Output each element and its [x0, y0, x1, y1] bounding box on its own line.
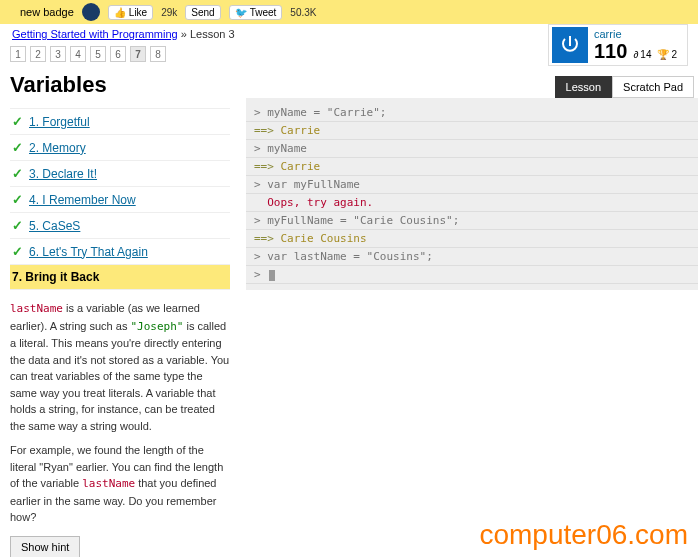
pager-page-5[interactable]: 5 — [90, 46, 106, 62]
tab-scratch-pad[interactable]: Scratch Pad — [612, 76, 694, 98]
user-trophies: 2 — [671, 49, 677, 60]
twitter-icon: 🐦 — [235, 7, 247, 18]
lesson-link[interactable]: 4. I Remember Now — [29, 193, 136, 207]
lesson-link[interactable]: 6. Let's Try That Again — [29, 245, 148, 259]
sidebar: Variables ✓1. Forgetful✓2. Memory✓3. Dec… — [0, 68, 240, 557]
lesson-item[interactable]: ✓3. Declare It! — [10, 161, 230, 187]
avatar — [552, 27, 588, 63]
pager-page-7[interactable]: 7 — [130, 46, 146, 62]
lesson-list: ✓1. Forgetful✓2. Memory✓3. Declare It!✓4… — [10, 108, 230, 290]
fb-like-button[interactable]: 👍 Like — [108, 5, 153, 20]
badge-icon — [82, 3, 100, 21]
check-icon: ✓ — [12, 114, 23, 129]
console-line: ==> Carie Cousins — [246, 230, 698, 248]
console-line: > myName = "Carrie"; — [246, 104, 698, 122]
pager-page-2[interactable]: 2 — [30, 46, 46, 62]
check-icon: ✓ — [12, 140, 23, 155]
lesson-link[interactable]: 1. Forgetful — [29, 115, 90, 129]
page-title: Variables — [10, 72, 230, 98]
lesson-item[interactable]: ✓1. Forgetful — [10, 109, 230, 135]
watermark: computer06.com — [479, 519, 688, 551]
console[interactable]: > myName = "Carrie";==> Carrie> myName==… — [246, 98, 698, 290]
tweet-count: 50.3K — [290, 7, 316, 18]
code-token: lastName — [82, 477, 135, 490]
lesson-link[interactable]: 2. Memory — [29, 141, 86, 155]
console-line: > — [246, 266, 698, 284]
console-line: > myName — [246, 140, 698, 158]
like-count: 29k — [161, 7, 177, 18]
console-line: > myFullName = "Carie Cousins"; — [246, 212, 698, 230]
lesson-item[interactable]: ✓2. Memory — [10, 135, 230, 161]
pager-page-1[interactable]: 1 — [10, 46, 26, 62]
user-name: carrie — [594, 28, 684, 40]
lesson-item[interactable]: ✓5. CaSeS — [10, 213, 230, 239]
badge-label: new badge — [20, 6, 74, 18]
console-line: Oops, try again. — [246, 194, 698, 212]
user-badge[interactable]: carrie 110 ∂14 🏆2 — [548, 24, 688, 66]
console-line: ==> Carrie — [246, 158, 698, 176]
check-icon: ✓ — [12, 166, 23, 181]
lesson-item[interactable]: ✓6. Let's Try That Again — [10, 239, 230, 265]
pager-page-8[interactable]: 8 — [150, 46, 166, 62]
console-line: ==> Carrie — [246, 122, 698, 140]
lesson-link[interactable]: 3. Declare It! — [29, 167, 97, 181]
trophy-icon: 🏆 — [657, 49, 669, 60]
top-bar: new badge 👍 Like 29k Send 🐦 Tweet 50.3K — [0, 0, 698, 24]
pager-page-6[interactable]: 6 — [110, 46, 126, 62]
code-token: "Joseph" — [130, 320, 183, 333]
lesson-item[interactable]: 7. Bring it Back — [10, 265, 230, 290]
user-streak: 14 — [640, 49, 651, 60]
show-hint-button[interactable]: Show hint — [10, 536, 80, 558]
breadcrumb-lesson: Lesson 3 — [190, 28, 235, 40]
pager-page-3[interactable]: 3 — [50, 46, 66, 62]
tab-lesson[interactable]: Lesson — [555, 76, 612, 98]
console-line: > var myFullName — [246, 176, 698, 194]
code-token: lastName — [10, 302, 63, 315]
lesson-link[interactable]: 7. Bring it Back — [12, 270, 99, 284]
streak-icon: ∂ — [633, 49, 638, 60]
editor-pane: Lesson Scratch Pad > myName = "Carrie";=… — [240, 68, 698, 557]
breadcrumb-course[interactable]: Getting Started with Programming — [12, 28, 178, 40]
lesson-item[interactable]: ✓4. I Remember Now — [10, 187, 230, 213]
editor-tabs: Lesson Scratch Pad — [555, 76, 694, 98]
power-icon — [558, 33, 582, 57]
lesson-link[interactable]: 5. CaSeS — [29, 219, 80, 233]
thumb-icon: 👍 — [114, 7, 126, 18]
console-line: > var lastName = "Cousins"; — [246, 248, 698, 266]
lesson-text: lastName is a variable (as we learned ea… — [10, 300, 230, 526]
fb-send-button[interactable]: Send — [185, 5, 220, 20]
tweet-button[interactable]: 🐦 Tweet — [229, 5, 283, 20]
user-points: 110 — [594, 40, 627, 63]
pager-page-4[interactable]: 4 — [70, 46, 86, 62]
check-icon: ✓ — [12, 244, 23, 259]
check-icon: ✓ — [12, 192, 23, 207]
check-icon: ✓ — [12, 218, 23, 233]
